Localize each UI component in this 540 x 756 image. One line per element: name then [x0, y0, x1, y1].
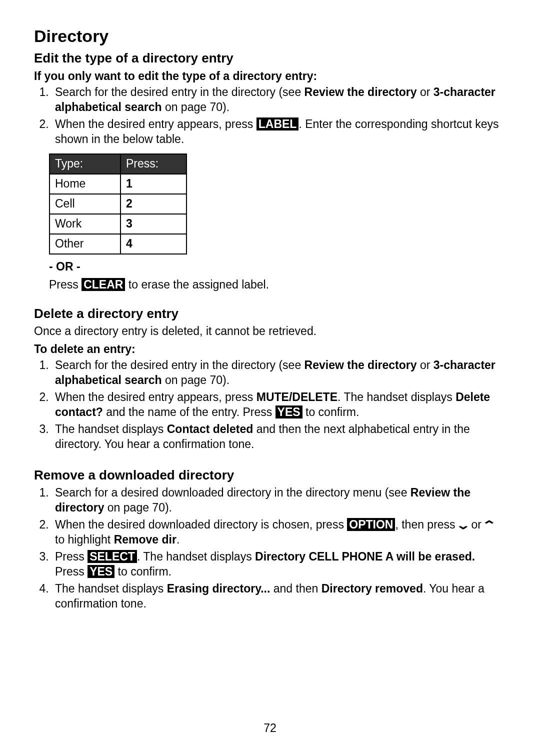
table-row: Work3	[50, 214, 186, 234]
table-row: Home1	[50, 174, 186, 194]
edit-step-2: When the desired entry appears, press LA…	[52, 117, 506, 147]
table-row: Other4	[50, 234, 186, 254]
delete-steps: Search for the desired entry in the dire…	[34, 358, 506, 452]
edit-step-1: Search for the desired entry in the dire…	[52, 85, 506, 115]
remove-step-3: Press SELECT. The handset displays Direc…	[52, 550, 506, 580]
remove-step-4: The handset displays Erasing directory..…	[52, 582, 506, 612]
yes-button: YES	[88, 565, 114, 578]
delete-step-1: Search for the desired entry in the dire…	[52, 358, 506, 388]
delete-step-3: The handset displays Contact deleted and…	[52, 422, 506, 452]
table-header-press: Press:	[120, 154, 186, 174]
edit-heading: Edit the type of a directory entry	[34, 50, 506, 67]
remove-step-2: When the desired downloaded directory is…	[52, 518, 506, 548]
select-button: SELECT	[88, 550, 137, 563]
clear-button: CLEAR	[82, 278, 125, 291]
type-table: Type: Press: Home1 Cell2 Work3 Other4	[49, 154, 187, 254]
delete-step-2: When the desired entry appears, press MU…	[52, 390, 506, 420]
or-text: - OR -	[49, 260, 506, 274]
yes-button: YES	[276, 406, 302, 418]
chevron-down-icon: ⌄	[456, 522, 470, 528]
edit-subhead: If you only want to edit the type of a d…	[34, 69, 506, 84]
remove-step-1: Search for a desired downloaded director…	[52, 486, 506, 516]
chevron-up-icon: ⌃	[482, 522, 497, 528]
edit-steps: Search for the desired entry in the dire…	[34, 85, 506, 147]
delete-subhead: To delete an entry:	[34, 342, 506, 357]
label-button: LABEL	[256, 118, 299, 130]
remove-heading: Remove a downloaded directory	[34, 467, 506, 484]
page-title: Directory	[34, 25, 506, 47]
delete-heading: Delete a directory entry	[34, 306, 506, 322]
option-button: OPTION	[347, 518, 395, 531]
delete-intro: Once a directory entry is deleted, it ca…	[34, 324, 506, 339]
remove-steps: Search for a desired downloaded director…	[34, 486, 506, 611]
clear-instruction: Press CLEAR to erase the assigned label.	[49, 278, 506, 292]
table-header-type: Type:	[50, 154, 120, 174]
table-row: Cell2	[50, 194, 186, 214]
